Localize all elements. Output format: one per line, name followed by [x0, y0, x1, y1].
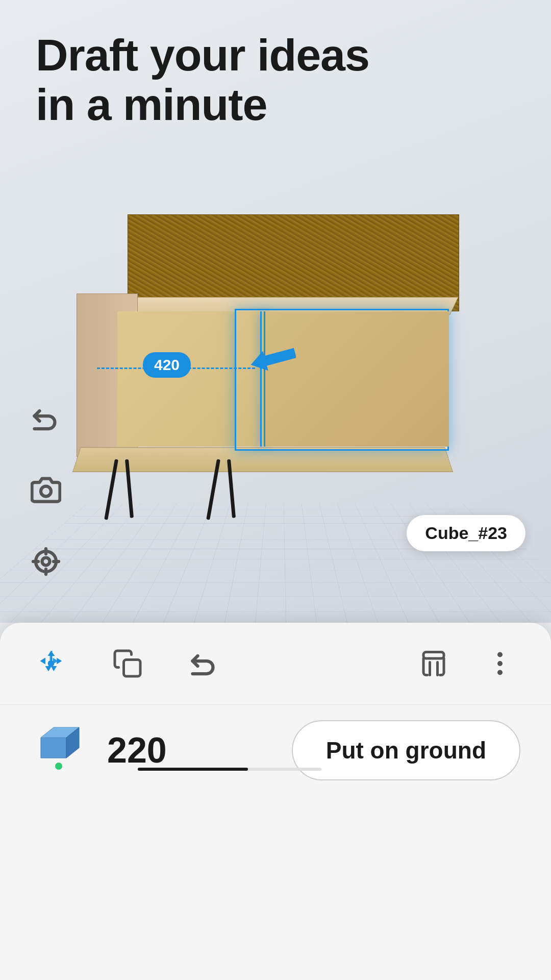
bottom-panel: 220 Put on ground	[0, 623, 551, 980]
direction-arrow	[250, 346, 296, 374]
object-info-left: 220	[31, 720, 167, 781]
height-info: 220	[107, 730, 167, 771]
object-info-row: 220 Put on ground	[0, 720, 551, 781]
bottom-toolbar	[0, 643, 551, 705]
leg-right	[214, 459, 245, 526]
cabinet-right-area	[265, 311, 449, 447]
focus-toolbar-button[interactable]	[26, 541, 66, 582]
object-cube-icon	[31, 720, 87, 781]
svg-marker-0	[250, 346, 296, 372]
toolbar-left-group	[31, 643, 224, 684]
svg-point-14	[497, 670, 503, 675]
svg-point-12	[497, 652, 503, 657]
title-area: Draft your ideasin a minute	[36, 31, 369, 130]
camera-toolbar-button[interactable]	[26, 470, 66, 510]
leg-left	[112, 459, 143, 526]
svg-point-2	[42, 558, 50, 566]
toolbar-right-group	[413, 643, 520, 684]
cube-indicator-dot	[55, 763, 62, 770]
svg-marker-15	[41, 738, 66, 758]
cabinet[interactable]: 420	[77, 214, 474, 510]
canvas-area[interactable]: Draft your ideasin a minute	[0, 0, 551, 623]
cabinet-right-panel[interactable]	[260, 311, 265, 447]
svg-rect-9	[124, 660, 141, 677]
undo-bottom-button[interactable]	[184, 643, 224, 684]
height-bar	[138, 768, 321, 771]
put-on-ground-button[interactable]: Put on ground	[292, 720, 520, 780]
more-button[interactable]	[480, 643, 520, 684]
furniture-container[interactable]: 420	[66, 174, 485, 541]
measurement-badge: 420	[143, 352, 191, 378]
svg-point-1	[41, 486, 51, 497]
cabinet-interior	[117, 311, 260, 447]
main-title: Draft your ideasin a minute	[36, 31, 369, 130]
cube-3d-shape	[36, 720, 82, 761]
duplicate-button[interactable]	[107, 643, 148, 684]
height-bar-fill	[138, 768, 248, 771]
move-button[interactable]	[31, 643, 71, 684]
left-toolbar	[26, 398, 66, 582]
svg-point-13	[497, 661, 503, 666]
paint-button[interactable]	[413, 643, 454, 684]
cube-svg	[36, 720, 82, 761]
object-name-label: Cube_#23	[407, 515, 525, 551]
object-name-text: Cube_#23	[425, 523, 507, 543]
height-value-text: 220	[107, 730, 167, 771]
put-on-ground-label: Put on ground	[326, 737, 486, 764]
undo-toolbar-button[interactable]	[26, 398, 66, 439]
